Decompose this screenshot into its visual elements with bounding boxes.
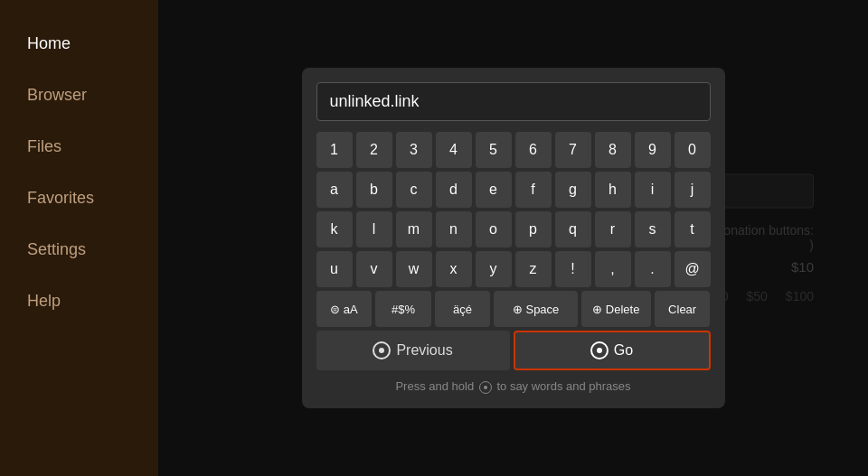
key-row-a-j: a b c d e f g h i j bbox=[316, 172, 711, 208]
key-caps[interactable]: ⊜ aA bbox=[316, 291, 373, 327]
key-e[interactable]: e bbox=[476, 172, 512, 208]
sidebar-files-label: Files bbox=[27, 137, 61, 155]
key-q[interactable]: q bbox=[555, 211, 591, 247]
key-0[interactable]: 0 bbox=[675, 132, 711, 168]
previous-button[interactable]: Previous bbox=[316, 331, 510, 370]
hint-suffix: to say words and phrases bbox=[496, 379, 630, 393]
url-input-value: unlinked.link bbox=[330, 92, 420, 110]
url-input-container[interactable]: unlinked.link bbox=[316, 82, 711, 121]
sidebar-favorites-label: Favorites bbox=[27, 189, 94, 207]
sidebar-item-settings[interactable]: Settings bbox=[0, 224, 158, 275]
key-symbols[interactable]: #$% bbox=[375, 291, 431, 327]
key-2[interactable]: 2 bbox=[356, 132, 392, 168]
key-s[interactable]: s bbox=[635, 211, 671, 247]
key-b[interactable]: b bbox=[356, 172, 392, 208]
key-t[interactable]: t bbox=[675, 211, 711, 247]
key-c[interactable]: c bbox=[396, 172, 432, 208]
sidebar-item-home[interactable]: Home bbox=[0, 18, 158, 70]
key-accents[interactable]: äçé bbox=[435, 291, 491, 327]
sidebar-item-favorites[interactable]: Favorites bbox=[0, 173, 158, 224]
hint-text: Press and hold bbox=[395, 379, 474, 393]
go-icon bbox=[590, 341, 609, 359]
key-space[interactable]: ⊕ Space bbox=[494, 291, 577, 327]
hint-area: Press and hold to say words and phrases bbox=[316, 379, 711, 394]
key-clear[interactable]: Clear bbox=[655, 291, 711, 327]
sidebar-home-label: Home bbox=[27, 34, 71, 52]
key-j[interactable]: j bbox=[675, 172, 711, 208]
key-row-k-t: k l m n o p q r s t bbox=[316, 211, 711, 247]
sidebar: Home Browser Files Favorites Settings He… bbox=[0, 0, 158, 476]
key-at[interactable]: @ bbox=[675, 251, 711, 287]
key-g[interactable]: g bbox=[555, 172, 591, 208]
key-o[interactable]: o bbox=[476, 211, 512, 247]
key-row-special: ⊜ aA #$% äçé ⊕ Space ⊕ Delete Clear bbox=[316, 291, 711, 327]
key-7[interactable]: 7 bbox=[555, 132, 591, 168]
key-l[interactable]: l bbox=[356, 211, 392, 247]
key-4[interactable]: 4 bbox=[436, 132, 472, 168]
key-comma[interactable]: , bbox=[595, 251, 631, 287]
key-8[interactable]: 8 bbox=[595, 132, 631, 168]
key-n[interactable]: n bbox=[436, 211, 472, 247]
key-u[interactable]: u bbox=[316, 251, 353, 287]
sidebar-help-label: Help bbox=[27, 292, 61, 310]
key-5[interactable]: 5 bbox=[476, 132, 512, 168]
key-9[interactable]: 9 bbox=[635, 132, 671, 168]
key-x[interactable]: x bbox=[436, 251, 472, 287]
previous-icon bbox=[373, 341, 391, 359]
key-d[interactable]: d bbox=[436, 172, 472, 208]
key-row-u-at: u v w x y z ! , . @ bbox=[316, 251, 711, 287]
key-6[interactable]: 6 bbox=[515, 132, 552, 168]
sidebar-browser-label: Browser bbox=[27, 86, 87, 104]
key-period[interactable]: . bbox=[635, 251, 671, 287]
key-3[interactable]: 3 bbox=[396, 132, 432, 168]
sidebar-item-help[interactable]: Help bbox=[0, 275, 158, 327]
key-a[interactable]: a bbox=[316, 172, 353, 208]
dialog-overlay: unlinked.link 1 2 3 4 5 6 7 8 9 0 bbox=[158, 0, 868, 476]
key-r[interactable]: r bbox=[595, 211, 631, 247]
key-k[interactable]: k bbox=[316, 211, 353, 247]
keyboard-dialog: unlinked.link 1 2 3 4 5 6 7 8 9 0 bbox=[302, 68, 725, 408]
key-y[interactable]: y bbox=[476, 251, 512, 287]
keyboard: 1 2 3 4 5 6 7 8 9 0 a b c d e bbox=[316, 132, 711, 327]
key-z[interactable]: z bbox=[515, 251, 552, 287]
go-button[interactable]: Go bbox=[514, 331, 711, 370]
sidebar-item-browser[interactable]: Browser bbox=[0, 70, 158, 121]
key-h[interactable]: h bbox=[595, 172, 631, 208]
key-p[interactable]: p bbox=[515, 211, 552, 247]
key-f[interactable]: f bbox=[515, 172, 552, 208]
go-label: Go bbox=[614, 342, 633, 359]
key-w[interactable]: w bbox=[396, 251, 432, 287]
key-m[interactable]: m bbox=[396, 211, 432, 247]
sidebar-settings-label: Settings bbox=[27, 240, 86, 258]
sidebar-item-files[interactable]: Files bbox=[0, 121, 158, 173]
bottom-row: Previous Go bbox=[316, 331, 711, 370]
key-delete[interactable]: ⊕ Delete bbox=[581, 291, 651, 327]
key-exclaim[interactable]: ! bbox=[555, 251, 591, 287]
key-1[interactable]: 1 bbox=[316, 132, 353, 168]
key-row-numbers: 1 2 3 4 5 6 7 8 9 0 bbox=[316, 132, 711, 168]
main-content: ase donation buttons: ) $10 $20 $50 $100… bbox=[158, 0, 868, 476]
previous-label: Previous bbox=[396, 342, 452, 359]
key-i[interactable]: i bbox=[635, 172, 671, 208]
hint-circle-icon bbox=[479, 381, 492, 394]
key-v[interactable]: v bbox=[356, 251, 392, 287]
